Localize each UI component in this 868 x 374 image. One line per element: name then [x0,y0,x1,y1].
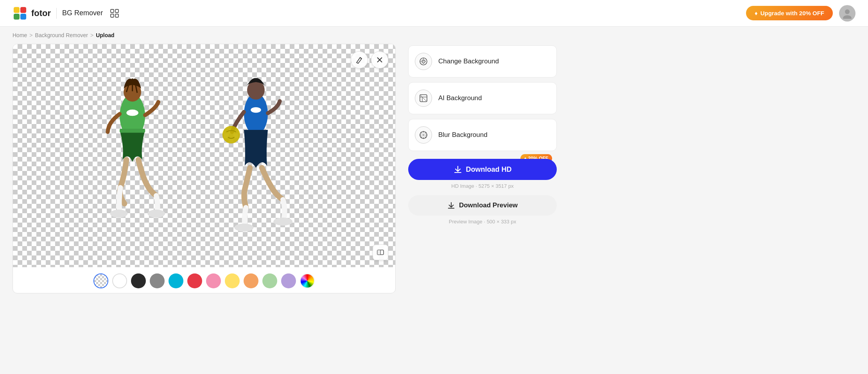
svg-point-26 [251,107,261,113]
breadcrumb-home[interactable]: Home [13,32,27,38]
ai-background-option[interactable]: AI Background [408,82,557,114]
upgrade-label: Upgrade with 20% OFF [760,10,824,16]
header-divider [56,8,57,19]
svg-rect-32 [377,250,380,255]
download-hd-icon [454,165,462,174]
ai-bg-icon [415,90,432,107]
svg-point-21 [126,110,138,116]
blur-background-option[interactable]: Blur Background [408,119,557,151]
change-bg-svg-icon [419,57,428,66]
blur-bg-label: Blur Background [438,131,488,139]
swatch-yellow[interactable] [225,273,240,288]
swatch-rainbow[interactable] [300,273,315,288]
preview-info-text: Preview Image · 500 × 333 px [408,219,557,225]
download-section: ♦ 20% OFF Download HD HD Image · 5275 × … [408,159,557,225]
svg-point-40 [422,134,425,136]
header-right: ♦ Upgrade with 20% OFF [746,5,855,22]
compare-toggle-button[interactable] [373,245,388,260]
svg-point-10 [845,9,850,14]
swatch-orange[interactable] [244,273,258,288]
svg-point-22 [110,210,128,218]
svg-rect-9 [115,14,118,17]
swatch-red[interactable] [187,273,202,288]
svg-rect-3 [20,7,26,13]
svg-rect-7 [115,9,118,13]
blur-bg-icon [415,126,432,144]
svg-rect-8 [111,14,114,17]
svg-rect-4 [14,14,20,20]
logo-text: fotor [31,8,51,18]
svg-rect-20 [120,129,145,133]
svg-point-28 [234,223,253,231]
bg-remover-header-label: BG Remover [62,9,103,17]
swatch-white[interactable] [112,273,127,288]
canvas-figures [13,44,395,267]
ai-bg-label: AI Background [438,94,482,102]
download-hd-button[interactable]: Download HD [408,159,557,180]
swatch-black[interactable] [131,273,146,288]
avatar[interactable] [839,5,855,22]
svg-point-11 [843,15,852,19]
download-hd-wrapper: ♦ 20% OFF Download HD [408,159,557,180]
compare-icon [377,248,384,256]
svg-rect-5 [20,14,26,20]
breadcrumb-sep1: > [29,32,32,38]
logo-container[interactable]: fotor [13,6,51,21]
download-hd-label: Download HD [466,165,512,174]
svg-line-38 [420,95,427,102]
diamond-icon: ♦ [755,10,758,16]
fotor-logo-icon [13,6,27,21]
download-preview-label: Download Preview [459,201,518,209]
svg-rect-2 [14,7,20,13]
breadcrumb: Home > Background Remover > Upload [0,27,868,44]
svg-rect-6 [111,9,114,13]
hd-info-text: HD Image · 5275 × 3517 px [408,183,557,189]
breadcrumb-current: Upload [96,32,114,38]
svg-point-23 [147,210,165,218]
download-preview-icon [447,201,455,209]
header-left: fotor BG Remover [13,6,121,21]
canvas-image-area[interactable] [13,44,395,267]
grid-icon[interactable] [108,7,121,20]
canvas-area [13,44,396,293]
ai-bg-svg-icon [419,94,428,103]
swatch-lime[interactable] [262,273,277,288]
swatch-gray[interactable] [150,273,165,288]
canvas-container [13,44,396,293]
change-bg-icon [415,53,432,70]
blur-bg-svg-icon [419,130,428,140]
main-content: Change Background AI Background [0,44,868,306]
upgrade-button[interactable]: ♦ Upgrade with 20% OFF [746,6,833,20]
swatch-purple[interactable] [281,273,296,288]
swatches-bar [13,267,395,293]
header: fotor BG Remover ♦ Upgrade with 20% OFF [0,0,868,27]
download-preview-button[interactable]: Download Preview [408,195,557,216]
swatch-pink[interactable] [206,273,221,288]
swatch-transparent[interactable] [93,273,108,288]
svg-point-29 [273,218,292,225]
svg-point-27 [222,126,240,144]
breadcrumb-bg-remover[interactable]: Background Remover [35,32,88,38]
change-bg-label: Change Background [438,58,499,65]
avatar-icon [842,8,853,19]
right-panel: Change Background AI Background [408,44,557,293]
change-background-option[interactable]: Change Background [408,45,557,77]
breadcrumb-sep2: > [90,32,93,38]
grid-svg-icon [110,9,119,18]
swatch-cyan[interactable] [169,273,183,288]
